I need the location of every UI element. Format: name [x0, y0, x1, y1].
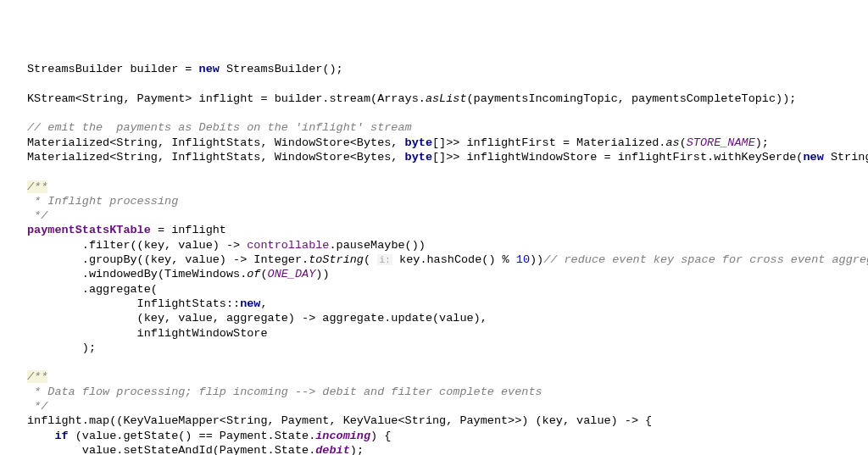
static-method: as [665, 136, 679, 149]
code-line: inflightWindowStore [27, 326, 868, 341]
javadoc-body: * Data flow processing; flip incoming --… [27, 385, 868, 399]
keyword-new: new [803, 151, 823, 164]
static-method: of [247, 268, 260, 280]
code-line [27, 355, 868, 369]
code-line: .aggregate( [27, 282, 868, 297]
enum-constant: debit [315, 444, 350, 455]
code-line: InflightStats::new, [27, 297, 868, 311]
code-line: KStream<String, Payment> inflight = buil… [27, 92, 868, 106]
code-comment: // reduce event key space for cross even… [543, 253, 868, 266]
javadoc-end: */ [27, 208, 868, 223]
code-line: .filter((key, value) -> controllable.pau… [27, 238, 868, 252]
keyword-if: if [54, 430, 68, 442]
code-line [27, 106, 868, 120]
instance-field: controllable [247, 239, 329, 252]
instance-field: paymentStatsKTable [27, 224, 151, 236]
code-line: paymentStatsKTable = inflight [27, 223, 868, 237]
keyword-byte: byte [405, 136, 432, 149]
code-line: .groupBy((key, value) -> Integer.toStrin… [27, 252, 868, 267]
code-line: ); [27, 341, 868, 355]
code-editor-viewport: StreamsBuilder builder = new StreamsBuil… [27, 62, 868, 455]
javadoc-start: /** [27, 180, 868, 194]
code-line: if (value.getState() == Payment.State.in… [27, 429, 868, 443]
keyword-byte: byte [405, 151, 432, 164]
enum-constant: incoming [315, 430, 370, 442]
keyword-new: new [240, 297, 260, 310]
static-method: asList [426, 92, 467, 105]
javadoc-start: /** [27, 369, 868, 384]
code-comment: // emit the payments as Debits on the 'i… [27, 120, 868, 135]
code-line: value.setStateAndId(Payment.State.debit)… [27, 443, 868, 455]
code-line: inflight.map((KeyValueMapper<String, Pay… [27, 413, 868, 428]
code-line [27, 164, 868, 179]
static-field: ONE_DAY [268, 268, 316, 280]
code-line: StreamsBuilder builder = new StreamsBuil… [27, 62, 868, 76]
javadoc-end: */ [27, 399, 868, 413]
code-line: Materialized<String, InflightStats, Wind… [27, 136, 868, 150]
code-line [27, 76, 868, 91]
number-literal: 10 [516, 253, 530, 266]
code-line: .windowedBy(TimeWindows.of(ONE_DAY)) [27, 267, 868, 281]
parameter-hint: i: [377, 254, 392, 265]
javadoc-body: * Inflight processing [27, 194, 868, 208]
static-field: STORE_NAME [687, 136, 755, 149]
code-line: Materialized<String, InflightStats, Wind… [27, 150, 868, 164]
keyword-new: new [199, 63, 220, 75]
code-line: (key, value, aggregate) -> aggregate.upd… [27, 311, 868, 325]
static-method: toString [309, 253, 364, 266]
